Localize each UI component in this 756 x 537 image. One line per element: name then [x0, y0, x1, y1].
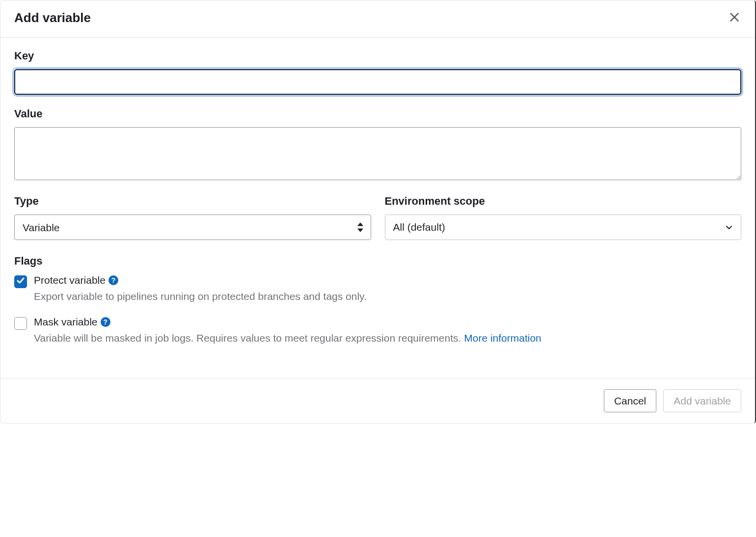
add-variable-button[interactable]: Add variable [663, 389, 741, 412]
help-icon[interactable]: ? [101, 317, 110, 327]
mask-flag-row: Mask variable ? Variable will be masked … [14, 316, 741, 345]
type-scope-row: Type Variable Environment scope [14, 195, 741, 240]
help-icon[interactable]: ? [108, 275, 118, 285]
type-select[interactable]: Variable [14, 215, 371, 240]
close-icon [729, 12, 739, 24]
value-textarea[interactable] [14, 127, 741, 180]
add-variable-modal: Add variable Key Value Type Variable [0, 0, 756, 424]
mask-description-text: Variable will be masked in job logs. Req… [34, 332, 464, 344]
value-label: Value [14, 107, 741, 120]
key-label: Key [14, 50, 741, 62]
protect-flag-row: Protect variable ? Export variable to pi… [14, 274, 741, 303]
mask-content: Mask variable ? Variable will be masked … [34, 316, 741, 345]
modal-header: Add variable [0, 0, 755, 38]
value-group: Value [14, 107, 741, 182]
protect-content: Protect variable ? Export variable to pi… [34, 274, 741, 303]
scope-group: Environment scope All (default) [385, 195, 742, 240]
flags-label: Flags [14, 255, 741, 268]
scope-selected-value: All (default) [393, 221, 445, 233]
flags-section: Flags Protect variable ? Export variable… [14, 255, 741, 346]
modal-footer: Cancel Add variable [0, 378, 755, 423]
key-input[interactable] [14, 69, 741, 95]
checkmark-icon [17, 277, 25, 287]
protect-checkbox[interactable] [14, 275, 27, 288]
key-group: Key [14, 50, 741, 95]
modal-title: Add variable [14, 10, 91, 26]
protect-title: Protect variable [34, 274, 106, 286]
mask-description: Variable will be masked in job logs. Req… [34, 331, 741, 345]
more-information-link[interactable]: More information [464, 332, 541, 344]
close-button[interactable] [728, 10, 741, 26]
scope-dropdown[interactable]: All (default) [385, 215, 742, 240]
mask-title: Mask variable [34, 316, 98, 328]
modal-body: Key Value Type Variable [0, 38, 755, 378]
type-group: Type Variable [14, 195, 371, 240]
protect-description: Export variable to pipelines running on … [34, 289, 741, 303]
mask-checkbox[interactable] [14, 317, 27, 330]
scope-label: Environment scope [385, 195, 742, 208]
chevron-down-icon [725, 223, 733, 231]
type-label: Type [14, 195, 371, 208]
cancel-button[interactable]: Cancel [604, 389, 656, 412]
